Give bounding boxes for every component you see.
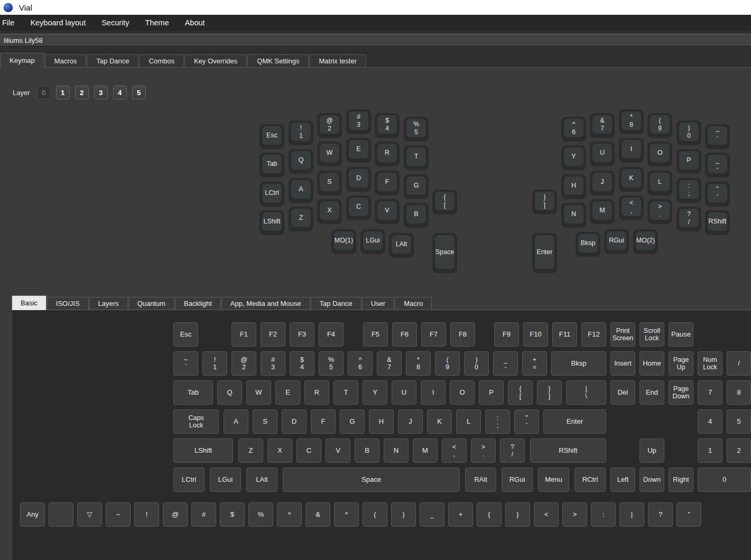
picker-key-0[interactable]: 0	[698, 468, 751, 492]
keymap-key-y[interactable]: Y	[561, 145, 586, 170]
picker-key-blank[interactable]: "	[676, 502, 701, 527]
picker-key-9[interactable]: (9	[435, 351, 460, 376]
keymap-key-5[interactable]: %5	[404, 117, 429, 142]
picker-key-7[interactable]: &7	[377, 351, 402, 376]
picker-key-lctrl[interactable]: LCtrl	[173, 468, 205, 492]
picker-key-rgui[interactable]: RGui	[502, 468, 533, 492]
keymap-key-blank[interactable]: ?/	[676, 207, 701, 231]
picker-tab-app-media-and-mouse[interactable]: App, Media and Mouse	[221, 297, 310, 310]
keymap-key-w[interactable]: W	[317, 142, 342, 166]
picker-key-f8[interactable]: F8	[450, 322, 475, 347]
keymap-key-p[interactable]: P	[676, 149, 701, 174]
picker-key-any[interactable]: Any	[20, 502, 45, 527]
picker-key-blank[interactable]: *	[334, 502, 359, 527]
picker-key-blank[interactable]: +	[448, 502, 473, 527]
picker-key-q[interactable]: Q	[217, 380, 242, 405]
picker-key-blank[interactable]: +=	[522, 351, 547, 376]
picker-key-0[interactable]: )0	[464, 351, 489, 376]
keymap-key-z[interactable]: Z	[289, 207, 313, 231]
picker-key-blank[interactable]: _-	[493, 351, 518, 376]
picker-key-l[interactable]: L	[456, 409, 481, 434]
picker-tab-layers[interactable]: Layers	[89, 297, 128, 310]
keymap-key-blank[interactable]: <,	[619, 195, 644, 220]
picker-key-y[interactable]: Y	[363, 380, 387, 405]
picker-key-menu[interactable]: Menu	[538, 468, 569, 492]
picker-key-r[interactable]: R	[304, 380, 329, 405]
picker-key-1[interactable]: !1	[202, 351, 227, 376]
picker-key-blank[interactable]: ~	[106, 502, 131, 527]
picker-key-rctrl[interactable]: RCtrl	[574, 468, 606, 492]
keymap-key-o[interactable]: O	[647, 142, 672, 166]
keymap-key-d[interactable]: D	[346, 167, 371, 192]
keymap-key-lgui[interactable]: LGui	[360, 229, 385, 254]
picker-key-b[interactable]: B	[355, 438, 379, 463]
picker-key-print-screen[interactable]: PrintScreen	[610, 322, 635, 347]
keymap-key-u[interactable]: U	[590, 142, 615, 166]
keymap-key-lshift[interactable]: LShift	[259, 210, 284, 235]
picker-key-a[interactable]: A	[224, 409, 248, 434]
keymap-key-bksp[interactable]: Bksp	[576, 232, 600, 257]
picker-key-t[interactable]: T	[333, 380, 358, 405]
picker-key-insert[interactable]: Insert	[610, 351, 635, 376]
keymap-key-r[interactable]: R	[375, 142, 400, 166]
keymap-key-blank[interactable]: "'	[705, 182, 730, 207]
picker-key-blank[interactable]: {	[477, 502, 502, 527]
picker-key-g[interactable]: G	[340, 409, 365, 434]
picker-key-s[interactable]: S	[253, 409, 277, 434]
picker-key-rshift[interactable]: RShift	[530, 438, 606, 463]
picker-key-del[interactable]: Del	[610, 380, 635, 405]
keymap-key-tab[interactable]: Tab	[259, 153, 284, 178]
picker-key-blank[interactable]	[49, 502, 73, 527]
keymap-key-1[interactable]: !1	[289, 120, 313, 145]
keymap-key-blank[interactable]: >.	[647, 199, 672, 224]
picker-key-f9[interactable]: F9	[494, 322, 519, 347]
picker-key-k[interactable]: K	[427, 409, 452, 434]
picker-tab-quantum[interactable]: Quantum	[128, 297, 174, 310]
picker-key-right[interactable]: Right	[669, 468, 693, 492]
picker-key-home[interactable]: Home	[639, 351, 664, 376]
picker-key-4[interactable]: $4	[290, 351, 314, 376]
keymap-key-i[interactable]: I	[619, 138, 644, 163]
keymap-key-7[interactable]: &7	[590, 113, 615, 138]
picker-key-num-lock[interactable]: NumLock	[698, 351, 722, 376]
picker-key-f4[interactable]: F4	[319, 322, 344, 347]
picker-key-i[interactable]: I	[421, 380, 446, 405]
picker-key-blank[interactable]: )	[391, 502, 416, 527]
picker-key-blank[interactable]: <	[534, 502, 559, 527]
picker-key-blank[interactable]: ?/	[500, 438, 525, 463]
picker-key-f3[interactable]: F3	[290, 322, 314, 347]
picker-key-f7[interactable]: F7	[421, 322, 446, 347]
keymap-key-n[interactable]: N	[561, 203, 586, 228]
keymap-key-rshift[interactable]: RShift	[705, 210, 730, 235]
picker-key-4[interactable]: 4	[698, 409, 722, 434]
picker-tab-iso-jis[interactable]: ISO/JIS	[47, 297, 89, 310]
keymap-key-t[interactable]: T	[404, 145, 429, 170]
picker-key-f6[interactable]: F6	[392, 322, 417, 347]
picker-key-f1[interactable]: F1	[231, 322, 256, 347]
picker-key-8[interactable]: 8	[727, 380, 751, 405]
picker-key-m[interactable]: M	[413, 438, 438, 463]
picker-key-blank[interactable]: #	[191, 502, 216, 527]
picker-key-bksp[interactable]: Bksp	[551, 351, 606, 376]
picker-key-5[interactable]: %5	[319, 351, 344, 376]
picker-key-blank[interactable]: }]	[537, 380, 562, 405]
picker-key-esc[interactable]: Esc	[173, 322, 198, 347]
picker-key-blank[interactable]: /	[727, 351, 751, 376]
picker-key-blank[interactable]: &	[305, 502, 330, 527]
picker-key-blank[interactable]: {[	[508, 380, 533, 405]
keymap-key-esc[interactable]: Esc	[259, 124, 284, 149]
keymap-key-enter[interactable]: Enter	[532, 233, 557, 273]
picker-key-5[interactable]: 5	[727, 409, 751, 434]
keymap-key-f[interactable]: F	[375, 171, 400, 195]
picker-key-6[interactable]: ^6	[348, 351, 373, 376]
keymap-key-space[interactable]: Space	[432, 233, 457, 273]
picker-key-blank[interactable]: !	[134, 502, 159, 527]
keymap-key-9[interactable]: (9	[647, 113, 672, 138]
picker-tab-macro[interactable]: Macro	[395, 297, 432, 310]
keymap-key-blank[interactable]: {[	[432, 190, 457, 214]
keymap-key-h[interactable]: H	[561, 174, 586, 199]
picker-key-caps-lock[interactable]: CapsLock	[173, 409, 219, 434]
keymap-key-blank[interactable]: ~`	[705, 124, 730, 149]
keymap-key-0[interactable]: )0	[676, 120, 701, 145]
picker-key-f[interactable]: F	[311, 409, 336, 434]
